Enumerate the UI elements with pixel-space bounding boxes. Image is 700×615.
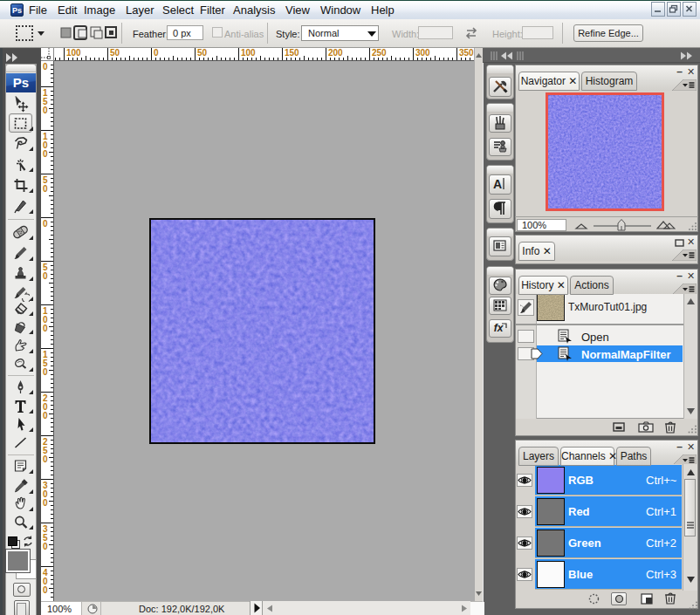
svg-text:A: A (493, 177, 502, 191)
svg-text:0: 0 (43, 184, 48, 194)
svg-text:0: 0 (43, 585, 48, 595)
svg-text:350: 350 (459, 48, 474, 58)
svg-text:100: 100 (241, 48, 256, 58)
svg-text:0: 0 (43, 454, 48, 464)
svg-text:0: 0 (43, 106, 48, 115)
svg-text:100: 100 (66, 48, 81, 58)
svg-text:0: 0 (43, 498, 48, 508)
svg-text:0: 0 (43, 411, 48, 420)
svg-text:50: 50 (197, 48, 208, 58)
svg-text:0: 0 (154, 48, 159, 58)
svg-text:0: 0 (43, 542, 48, 551)
svg-text:300: 300 (415, 48, 430, 58)
svg-text:0: 0 (43, 367, 48, 377)
svg-text:0: 0 (43, 219, 48, 229)
svg-text:0: 0 (43, 62, 48, 72)
svg-text:50: 50 (110, 48, 120, 58)
svg-text:150: 150 (285, 48, 299, 58)
svg-text:0: 0 (43, 324, 48, 333)
svg-text:0: 0 (43, 271, 48, 281)
svg-text:250: 250 (372, 48, 387, 58)
svg-text:200: 200 (328, 48, 343, 58)
svg-text:0: 0 (43, 149, 48, 159)
